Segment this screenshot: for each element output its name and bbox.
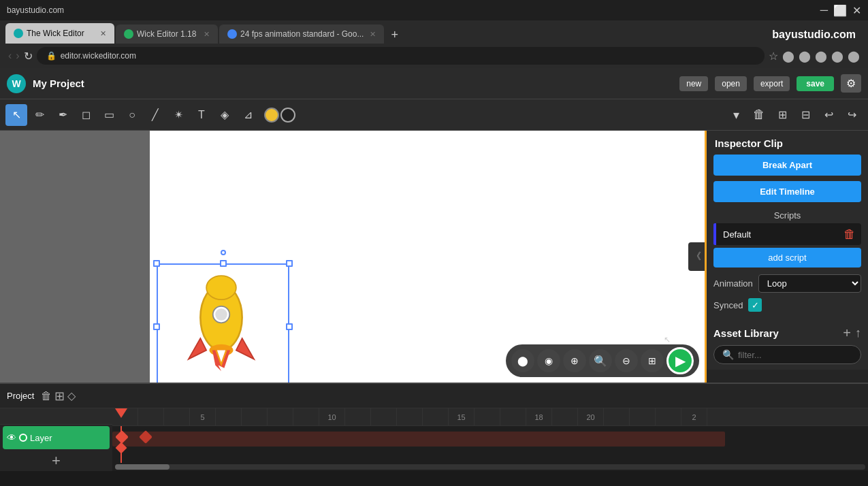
tool-select[interactable]: ↖ bbox=[5, 104, 27, 126]
settings-button[interactable]: ⚙ bbox=[841, 74, 861, 93]
play-button[interactable]: ▶ bbox=[666, 347, 694, 374]
extension-icon-3[interactable]: ⬤ bbox=[815, 50, 827, 63]
close-icon[interactable]: ✕ bbox=[852, 4, 861, 17]
handle-ml[interactable] bbox=[153, 323, 160, 330]
handle-tl[interactable] bbox=[153, 260, 160, 267]
canvas-bg-left bbox=[0, 131, 150, 383]
animation-select[interactable]: Loop None Single Frame Ping Pong bbox=[758, 274, 861, 293]
asset-upload-button[interactable]: ↑ bbox=[855, 325, 861, 341]
svg-point-1 bbox=[206, 276, 236, 299]
layer-row[interactable]: 👁 Layer bbox=[3, 426, 110, 449]
stroke-color-dot[interactable] bbox=[280, 108, 295, 123]
view-zoom-out-btn[interactable]: ⊖ bbox=[615, 349, 638, 372]
timeline-scrollbar-thumb[interactable] bbox=[115, 464, 170, 470]
animation-row: Animation Loop None Single Frame Ping Po… bbox=[707, 268, 868, 295]
tab-label-2: Wick Editor 1.18 bbox=[137, 29, 197, 39]
tab-close-2[interactable]: ✕ bbox=[204, 30, 210, 39]
timeline-layers: 👁 Layer + bbox=[0, 408, 112, 471]
timeline-scrollbar[interactable] bbox=[115, 464, 865, 470]
open-button[interactable]: open bbox=[715, 76, 747, 91]
asset-filter-input[interactable] bbox=[738, 350, 852, 360]
new-button[interactable]: new bbox=[679, 76, 708, 91]
svg-marker-4 bbox=[189, 338, 206, 359]
tool-path[interactable]: ✴ bbox=[167, 104, 189, 126]
app-title: My Project bbox=[33, 78, 84, 89]
url-text: editor.wickeditor.com bbox=[61, 51, 136, 61]
extension-icon-1[interactable]: ⬤ bbox=[782, 50, 794, 63]
export-button[interactable]: export bbox=[754, 76, 790, 91]
add-script-button[interactable]: add script bbox=[713, 248, 861, 268]
tool-rectangle[interactable]: ▭ bbox=[98, 104, 120, 126]
bayustudio-logo: bayustudio.com bbox=[765, 29, 863, 41]
extension-icon-2[interactable]: ⬤ bbox=[799, 50, 811, 63]
tool-pencil[interactable]: ✒ bbox=[52, 104, 74, 126]
handle-rot[interactable] bbox=[221, 250, 226, 255]
tab-label-3: 24 fps animation standard - Goo... bbox=[240, 29, 364, 39]
view-mode-btn-1[interactable]: ⬤ bbox=[511, 349, 534, 372]
tool-action-ungroup[interactable]: ⊟ bbox=[794, 104, 816, 126]
bookmark-icon[interactable]: ☆ bbox=[769, 50, 778, 63]
nav-forward-button[interactable]: › bbox=[16, 50, 19, 62]
script-delete-button[interactable]: 🗑 bbox=[838, 225, 861, 244]
layer-eye-button[interactable]: 👁 bbox=[7, 432, 16, 443]
profile-icon[interactable]: ⬤ bbox=[848, 50, 860, 63]
tool-action-delete[interactable]: 🗑 bbox=[748, 104, 770, 126]
tl-delete-btn[interactable]: 🗑 bbox=[41, 389, 52, 404]
view-mode-btn-2[interactable]: ◉ bbox=[537, 349, 560, 372]
nav-back-button[interactable]: ‹ bbox=[8, 50, 12, 62]
minimize-icon[interactable]: ─ bbox=[820, 4, 828, 16]
handle-tr[interactable] bbox=[286, 260, 293, 267]
tool-action-redo[interactable]: ↪ bbox=[841, 104, 863, 126]
save-button[interactable]: save bbox=[797, 76, 834, 91]
nav-refresh-button[interactable]: ↻ bbox=[24, 50, 33, 63]
tool-brush[interactable]: ✏ bbox=[29, 104, 50, 126]
asset-library-title: Asset Library bbox=[713, 327, 779, 339]
canvas-area[interactable]: ↖ ⬤ ◉ ⊕ 🔍 ⊖ ⊞ ▶ 《 bbox=[0, 131, 705, 383]
tab-wick-editor-2[interactable]: Wick Editor 1.18 ✕ bbox=[116, 25, 218, 44]
new-tab-button[interactable]: + bbox=[385, 28, 404, 42]
break-apart-button[interactable]: Break Apart bbox=[713, 155, 861, 176]
maximize-icon[interactable]: ⬜ bbox=[833, 4, 847, 17]
tools-bar: ↖ ✏ ✒ ◻ ▭ ○ ╱ ✴ T ◈ ⊿ ▾ 🗑 ⊞ ⊟ ↩ ↪ bbox=[0, 99, 868, 131]
tool-action-group[interactable]: ⊞ bbox=[771, 104, 793, 126]
extension-icon-4[interactable]: ⬤ bbox=[831, 50, 843, 63]
tool-action-undo[interactable]: ↩ bbox=[818, 104, 839, 126]
tool-ellipse[interactable]: ○ bbox=[121, 104, 143, 126]
url-bar[interactable]: 🔒 editor.wickeditor.com bbox=[37, 47, 765, 65]
inspector-title: Inspector Clip bbox=[707, 131, 868, 152]
tab-google[interactable]: 24 fps animation standard - Goo... ✕ bbox=[219, 25, 384, 44]
tool-text[interactable]: T bbox=[191, 104, 212, 126]
tab-close-1[interactable]: ✕ bbox=[100, 29, 106, 38]
tool-fill[interactable]: ◈ bbox=[214, 104, 236, 126]
tab-close-3[interactable]: ✕ bbox=[370, 30, 376, 39]
handle-tm[interactable] bbox=[220, 260, 227, 267]
address-bar: ‹ › ↻ 🔒 editor.wickeditor.com ☆ ⬤ ⬤ ⬤ ⬤ … bbox=[0, 44, 868, 68]
tl-keyframe-btn[interactable]: ◇ bbox=[67, 389, 76, 404]
tool-action-dropdown[interactable]: ▾ bbox=[725, 104, 747, 126]
tool-eyedropper[interactable]: ⊿ bbox=[237, 104, 259, 126]
synced-checkbox[interactable]: ✓ bbox=[748, 298, 762, 312]
collapse-panel-button[interactable]: 《 bbox=[688, 242, 705, 271]
edit-timeline-button[interactable]: Edit Timeline bbox=[713, 181, 861, 202]
timeline-controls: 🗑 ⊞ ◇ bbox=[41, 389, 76, 404]
tl-add-btn[interactable]: ⊞ bbox=[54, 389, 65, 404]
synced-row: Synced ✓ bbox=[707, 295, 868, 319]
app-header: W My Project new open export save ⚙ bbox=[0, 68, 868, 99]
tool-eraser[interactable]: ◻ bbox=[75, 104, 97, 126]
ruler-ticks: 5 10 15 18 20 bbox=[112, 408, 707, 425]
selected-object[interactable] bbox=[157, 263, 289, 383]
project-label: Project bbox=[7, 391, 34, 401]
tab-wick-editor[interactable]: The Wick Editor ✕ bbox=[5, 23, 114, 44]
timeline-frames: 5 10 15 18 20 bbox=[112, 408, 868, 471]
view-zoom-in-btn[interactable]: 🔍 bbox=[589, 349, 612, 372]
rocket-svg bbox=[160, 267, 283, 383]
fill-color-dot[interactable] bbox=[264, 108, 279, 123]
tool-line[interactable]: ╱ bbox=[144, 104, 166, 126]
view-fit-btn[interactable]: ⊞ bbox=[641, 349, 664, 372]
timeline: Project 🗑 ⊞ ◇ 👁 Layer + bbox=[0, 383, 868, 471]
asset-add-button[interactable]: + bbox=[843, 325, 851, 341]
layer-name: Layer bbox=[30, 433, 106, 443]
view-center-btn[interactable]: ⊕ bbox=[563, 349, 586, 372]
handle-mr[interactable] bbox=[286, 323, 293, 330]
add-layer-button[interactable]: + bbox=[0, 451, 112, 471]
